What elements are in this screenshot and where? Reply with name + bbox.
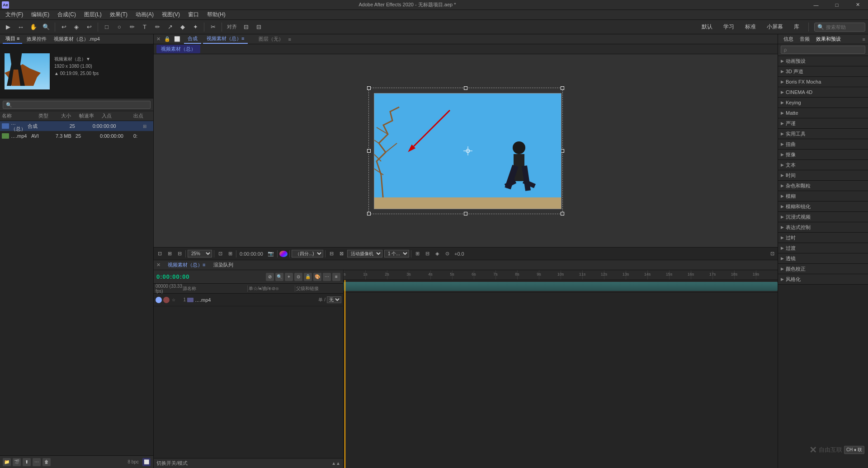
menu-file[interactable]: 文件(F) xyxy=(2,10,27,19)
ctrl-color[interactable] xyxy=(279,251,288,257)
footer-render-queue[interactable]: ⬜ xyxy=(142,458,151,466)
panel-menu-icon[interactable]: ≡ xyxy=(288,37,291,42)
effect-group-header-lens[interactable]: ▶ 透镜 xyxy=(778,253,868,263)
effects-panel-menu[interactable]: ≡ xyxy=(863,37,865,42)
tool-select[interactable]: ▶ xyxy=(3,22,14,33)
handle-bm[interactable] xyxy=(464,212,467,215)
effect-group-header-obsolete[interactable]: ▶ 过时 xyxy=(778,233,868,243)
project-item-comp[interactable]: …（总） 合成 25 0:00:00:00 ⊞ xyxy=(0,121,153,131)
timeline-tracks[interactable] xyxy=(344,280,778,468)
effect-group-header-3d[interactable]: ▶ 3D 声道 xyxy=(778,66,868,76)
effect-group-header-noise[interactable]: ▶ 杂色和颗粒 xyxy=(778,181,868,191)
ctrl-3d[interactable]: ⊞ xyxy=(413,251,421,257)
effect-group-header-distort[interactable]: ▶ 扭曲 xyxy=(778,139,868,149)
tool-ellipse[interactable]: ○ xyxy=(114,22,125,33)
ctrl-value[interactable]: +0.0 xyxy=(453,251,466,257)
effect-group-header-keyer[interactable]: ▶ 抠像 xyxy=(778,150,868,159)
tab-render-queue[interactable]: 渲染队列 xyxy=(211,261,236,269)
tab-composition[interactable]: 合成 xyxy=(184,34,201,44)
align-right[interactable]: ⊟ xyxy=(253,22,264,33)
menu-effect[interactable]: 效果(T) xyxy=(106,10,131,19)
layer-solo-1[interactable]: ☆ xyxy=(171,297,176,303)
current-time-display[interactable]: 0:00:00:00 xyxy=(156,273,190,280)
tl-btn-lock[interactable]: 🔒 xyxy=(304,273,312,281)
ctrl-color2[interactable]: ◈ xyxy=(433,251,441,257)
tool-scissors[interactable]: ✂ xyxy=(208,22,218,33)
workspace-small[interactable]: 小屏幕 xyxy=(763,22,787,32)
view-count-select[interactable]: 1 个... xyxy=(384,250,409,257)
expand-icon-2[interactable]: ▲ xyxy=(336,461,340,466)
timeline-ruler[interactable]: 0s1s2s3s4s5s6s7s8s9s10s11s12s13s14s15s16… xyxy=(344,270,778,280)
menu-composition[interactable]: 合成(C) xyxy=(54,10,80,19)
workspace-learn[interactable]: 学习 xyxy=(720,22,738,32)
handle-tl[interactable] xyxy=(367,86,371,90)
tl-btn-options[interactable]: ≡ xyxy=(332,273,340,281)
tool-brush[interactable]: ✏ xyxy=(152,22,163,33)
ctrl-fit[interactable]: ⊡ xyxy=(216,251,224,257)
zoom-select[interactable]: 25% 50% 100% xyxy=(188,250,212,257)
tab-effects-presets[interactable]: 效果和预设 xyxy=(813,35,844,43)
project-search-input[interactable] xyxy=(3,101,151,109)
footer-new-folder[interactable]: 📁 xyxy=(3,458,11,466)
ctrl-camera-icon[interactable]: 📷 xyxy=(266,251,275,257)
tool-rotate[interactable]: ↩ xyxy=(58,22,69,33)
ctrl-pixel[interactable]: ⊠ xyxy=(337,251,345,257)
footer-deps[interactable]: ⋯ xyxy=(33,458,41,466)
menu-layer[interactable]: 图层(L) xyxy=(80,10,105,19)
effect-group-header-keying[interactable]: ▶ Keying xyxy=(778,98,868,108)
effect-group-header-color-correct[interactable]: ▶ 颜色校正 xyxy=(778,264,868,274)
track-bar-1[interactable] xyxy=(344,282,778,291)
ctrl-full[interactable]: ⊞ xyxy=(226,251,234,257)
workspace-library[interactable]: 库 xyxy=(790,22,803,32)
tl-btn-search[interactable]: 🔍 xyxy=(275,273,283,281)
workspace-standard[interactable]: 标准 xyxy=(741,22,760,32)
effect-group-header-blur[interactable]: ▶ 模糊 xyxy=(778,191,868,201)
ctrl-grid[interactable]: ⊞ xyxy=(165,251,174,257)
tab-footage-view[interactable]: 视频素材（总）≡ xyxy=(203,34,248,44)
effect-group-header-immersive[interactable]: ▶ 沉浸式视频 xyxy=(778,212,868,222)
handle-bl[interactable] xyxy=(367,212,371,215)
tl-btn-enable[interactable]: ⊘ xyxy=(266,273,274,281)
ctrl-reset[interactable]: ⊙ xyxy=(443,251,451,257)
viewer-close[interactable]: ✕ xyxy=(156,36,160,42)
effect-group-header-expr[interactable]: ▶ 表达式控制 xyxy=(778,222,868,232)
footer-new-comp[interactable]: 🎬 xyxy=(13,458,21,466)
viewer-lock[interactable]: 🔒 xyxy=(164,36,170,42)
ctrl-snap[interactable]: ⊡ xyxy=(156,251,164,257)
footer-delete[interactable]: 🗑 xyxy=(42,458,51,466)
minimize-button[interactable]: — xyxy=(806,0,826,10)
playhead[interactable] xyxy=(344,280,345,468)
layer-audio-1[interactable] xyxy=(163,297,170,303)
menu-animation[interactable]: 动画(A) xyxy=(132,10,157,19)
close-button[interactable]: ✕ xyxy=(847,0,868,10)
effect-group-header-text[interactable]: ▶ 文本 xyxy=(778,160,868,170)
tl-btn-solo[interactable]: ⊙ xyxy=(294,273,302,281)
tab-footage[interactable]: 视频素材（总）.mp4 xyxy=(51,35,102,43)
switch-mode-label[interactable]: 切换开关/模式 xyxy=(156,460,188,467)
tool-zoom[interactable]: 🔍 xyxy=(41,22,52,33)
search-input[interactable] xyxy=(826,24,862,30)
tool-pen[interactable]: ✏ xyxy=(127,22,137,33)
menu-view[interactable]: 视图(V) xyxy=(158,10,184,19)
ctrl-stretch[interactable]: ⊟ xyxy=(327,251,335,257)
camera-select[interactable]: 活动摄像机 xyxy=(347,250,382,257)
tool-hand[interactable]: ✋ xyxy=(28,22,39,33)
tool-puppet[interactable]: ✦ xyxy=(190,22,201,33)
tab-audio[interactable]: 音频 xyxy=(797,35,812,43)
effect-group-header-transition[interactable]: ▶ 过渡 xyxy=(778,243,868,253)
layer-name-1[interactable]: ….mp4 xyxy=(195,297,315,303)
tool-clone[interactable]: ↗ xyxy=(165,22,175,33)
effect-group-header-strict[interactable]: ▶ 严谨 xyxy=(778,118,868,128)
tool-camera[interactable]: ◈ xyxy=(71,22,82,33)
tab-effects-controls[interactable]: 效果控件 xyxy=(24,35,49,43)
expand-icon[interactable]: ▲ xyxy=(331,461,336,466)
effect-group-header-util[interactable]: ▶ 实用工具 xyxy=(778,129,868,139)
menu-help[interactable]: 帮助(H) xyxy=(203,10,229,19)
workspace-default[interactable]: 默认 xyxy=(698,22,716,32)
tl-close[interactable]: ✕ xyxy=(156,262,160,268)
tool-text[interactable]: T xyxy=(139,22,150,33)
ctrl-exposure[interactable]: ⊟ xyxy=(423,251,431,257)
effect-group-header-anim[interactable]: ▶ 动画预设 xyxy=(778,56,868,66)
effect-group-header-blur-sharp[interactable]: ▶ 模糊和锐化 xyxy=(778,201,868,211)
menu-window[interactable]: 窗口 xyxy=(184,10,203,19)
